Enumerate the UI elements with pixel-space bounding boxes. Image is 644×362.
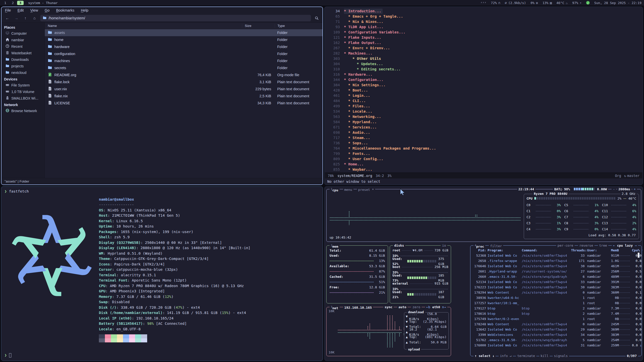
tab-cpu[interactable]: 1cpu [330,187,340,193]
file-row-flake-lock[interactable]: flake.lock3,1 KiBPlain text document [45,78,323,85]
file-row-hardware[interactable]: hardwareFolder [45,43,323,50]
tab-filter[interactable]: filter [489,244,503,249]
menu-help[interactable]: Help [81,8,88,12]
sidebar-item-computer[interactable]: Computer [2,30,45,37]
current-path: /home/nambiar/system/ [49,16,85,20]
proc-row[interactable]: 179127btopbtop2nambiar7.3M0.0 [473,306,639,311]
file-row-flake-nix[interactable]: flake.nix2,5 KiBPlain text document [45,93,323,100]
search-button[interactable] [313,15,320,21]
sidebar-item-file-system[interactable]: File System [2,82,45,88]
proc-row[interactable]: 176000Isolated Web Co/nix/store/sm8fmrf3… [473,343,639,348]
proc-count: 0/397 [626,353,638,358]
menu-file[interactable]: File [5,8,11,12]
sidebar-item-projects[interactable]: projects [2,63,45,69]
text-icon [48,94,52,99]
file-row-secrets[interactable]: secretsFolder [45,64,323,71]
sort-selector[interactable]: ← cpu lazy → [612,243,638,248]
proc-row[interactable]: 52134Isolated Web Co/nix/store/sm8fmrf3w… [473,279,639,285]
proc-row[interactable]: 178248Web Content/nix/store/sm8fmrf3wps4… [473,322,639,327]
key-info[interactable]: info ↵ [499,353,513,358]
headphones-icon: ∩ [498,1,500,5]
file-row-assets[interactable]: assetsFolder [45,29,323,36]
opt-tree[interactable]: tree [598,243,608,248]
proc-scrollbar-thumb[interactable] [638,253,639,258]
sidebar-item-recent[interactable]: Recent [2,43,45,50]
status-modules: ᶻᶻᶻ72%∩∅(2.9kb/s)0%⚙13%▤46°C♨97%⚡✓Sun, 2… [480,1,641,5]
mem-bar: 13% [330,258,385,264]
column-name[interactable]: Name [45,24,242,28]
back-button[interactable]: ← [4,15,11,21]
org-heading-line: 267* Envrc + Direnv... [325,46,642,51]
thunar-statusbar: "assets" | Folder [2,178,323,185]
proc-row[interactable]: 3390WebExtensions/nix/store/sm8fmrf3wps4… [473,332,639,337]
org-heading-line: 764* Miscellaneous Packages and Programs… [325,146,642,151]
proc-row[interactable]: 177257kworker/10:1-mm_1root0B0.0 [473,300,639,306]
proc-row[interactable]: 52368Isolated Web Co/nix/store/sm8fmrf3w… [473,253,639,258]
proc-row[interactable]: 178616btopbtop2nambiar7.4M0.0 [473,311,639,316]
proc-row[interactable]: 176223Isolated Web Co/nix/store/sm8fmrf3… [473,285,639,290]
text-cursor [9,353,11,357]
tab-proc[interactable]: 4proc [473,243,485,249]
opt-reverse[interactable]: reverse [578,243,594,248]
net-interface[interactable]: ←b eth0 n→ [425,305,447,310]
btop-window: 1cpu menu preset * 22:19:44 BAT○ 98% 0.0… [324,186,643,361]
opt-per-core[interactable]: per-core [556,243,575,248]
column-type[interactable]: Type [275,24,323,28]
file-row-machines[interactable]: machinesFolder [45,57,323,64]
proc-row[interactable]: 176646Isolated Web Co/nix/store/sm8fmrf3… [473,263,639,269]
key-signals[interactable]: signals [553,353,569,358]
tab-io[interactable]: io [441,243,447,248]
proc-row[interactable]: 2601.Hyprland-wrapp/run/current-system/s… [473,269,639,274]
menu-view[interactable]: View [30,8,38,12]
workspace-2[interactable]: 2 [10,1,16,5]
sidebar-item-downloads[interactable]: Downloads [2,56,45,63]
proc-row[interactable]: 51762.emacs-31.0.50-/nix/store/wnqz5pa8r… [473,337,639,343]
line-number: 534 [325,109,344,114]
tab-menu[interactable]: menu [343,187,353,192]
proc-row[interactable]: 175749kworker/6:2-even1root0B0.0 [473,316,639,322]
key-select[interactable]: ↑ select ↓ [473,353,496,358]
file-row-home[interactable]: homeFolder [45,36,323,43]
line-number: 717 [325,135,344,141]
tab-disks[interactable]: disks [393,243,405,248]
workspace-1[interactable]: 1 [2,1,9,5]
menu-edit[interactable]: Edit [17,8,24,12]
proc-row[interactable]: 38936kworker/u64:6-kc1root0B0.0 [473,295,639,300]
sidebar-item-smallbox-wi-[interactable]: SMALLBOX Wi... [2,95,45,102]
column-size[interactable]: Size [242,24,275,28]
mem-row-available: Available:53.3 GiB [330,264,385,269]
file-row-configuration[interactable]: configurationFolder [45,50,323,57]
file-row-user-nix[interactable]: user.nix229 bytesPlain text document [45,85,323,93]
sidebar-item-browse-network[interactable]: Browse Network [2,108,45,114]
proc-row[interactable]: 178294Web Content/nix/store/sm8fmrf3wps4… [473,290,639,295]
menu-bookmarks[interactable]: Bookmarks [56,8,74,12]
up-button[interactable]: ↑ [22,15,29,21]
sidebar-item-nambiar[interactable]: nambiar [2,37,45,43]
sidebar-item-wastebasket[interactable]: Wastebasket [2,50,45,56]
key-kill[interactable]: kill [539,353,550,358]
net-zero[interactable]: zero [411,305,421,310]
tab-preset[interactable]: preset * [357,187,375,192]
proc-row[interactable]: 2658.firefox-wrappe/nix/store/sm8fmrf3wp… [473,258,639,263]
key-terminate[interactable]: terminate [516,353,536,358]
sidebar-item-nextcloud[interactable]: nextcloud [2,69,45,76]
file-row-readme-org[interactable]: README.org76,4 KiBOrg-mode file [45,71,323,78]
net-auto[interactable]: auto [397,305,408,310]
workspace-3[interactable]: 3 [17,1,24,5]
menu-go[interactable]: Go [45,8,50,12]
interval-plus[interactable]: + [632,187,637,192]
sidebar-item-1-0-tb-volume[interactable]: 1,0 TB Volume [2,88,45,95]
shell-prompt-line[interactable]: ❯ [5,353,11,358]
proc-row[interactable]: 2660.emacs-31.0.50-/nix/store/wnqz5pa8ra… [473,274,639,279]
file-row-license[interactable]: LICENSE34,3 KiBPlain text document [45,100,323,107]
forward-button[interactable]: → [13,15,20,21]
tab-mem[interactable]: 2mem [330,243,340,249]
path-bar[interactable]: /home/nambiar/system/ [40,15,311,21]
net-sync[interactable]: sync [383,305,394,310]
interval-minus[interactable]: - [612,187,616,192]
proc-row[interactable]: 13642Isolated Web Co/nix/store/sm8fmrf3w… [473,327,639,332]
org-heading: * CLI... [348,98,367,104]
folder-icon [6,70,9,75]
org-heading-line: 736* Sops... [325,141,642,146]
home-button[interactable]: ⌂ [31,15,38,21]
